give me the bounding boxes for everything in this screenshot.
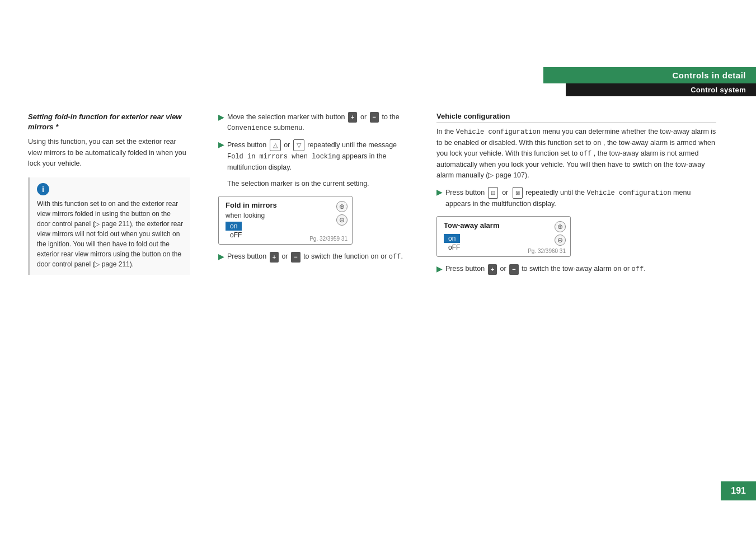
display-ref-1: Pg. 32/3959 31 [309, 236, 348, 242]
fold-in-mirrors-display: Fold in mirrors when looking on oFF ⊕ ⊖ … [218, 196, 353, 245]
minus-button-3[interactable]: − [509, 264, 518, 275]
bullet-arrow-1: ▶ [218, 113, 224, 123]
tow-away-alarm-display: Tow-away alarm on oFF ⊕ ⊖ Pg. 32/3960 31 [436, 216, 571, 257]
left-intro-text: Using this function, you can set the ext… [28, 137, 190, 169]
display-ref-2: Pg. 32/3960 31 [528, 248, 566, 254]
lock-btn-2[interactable]: ⊠ [513, 187, 523, 199]
bullet-arrow-3: ▶ [218, 252, 224, 263]
display-minus-btn-1: ⊖ [336, 214, 348, 226]
minus-button-1[interactable]: − [370, 112, 379, 123]
selection-marker-note: The selection marker is on the current s… [218, 179, 408, 189]
left-column: Setting fold-in function for exterior re… [28, 112, 190, 275]
display-plus-btn-2: ⊕ [555, 221, 566, 232]
display-on-label-2: on [444, 234, 460, 243]
right-bullet-arrow-2: ▶ [436, 264, 442, 275]
plus-button-2[interactable]: + [270, 252, 279, 263]
right-column: Vehicle configuration In the Vehicle con… [436, 112, 716, 281]
bullet-2: ▶ Press button △ or ▽ repeatedly until t… [218, 139, 408, 173]
middle-column: ▶ Move the selection marker with button … [218, 112, 408, 269]
right-bullet-arrow-1: ▶ [436, 188, 442, 198]
right-bullet-1-text: Press button ⊟ or ⊠ repeatedly until the… [445, 187, 716, 210]
bullet-arrow-2: ▶ [218, 140, 224, 151]
display-title-2: Tow-away alarm [444, 221, 564, 229]
right-section-title: Vehicle configuration [436, 112, 716, 123]
info-box-text: With this function set to on and the ext… [37, 199, 184, 269]
display-off-label-1: oFF [226, 231, 246, 240]
bullet-3: ▶ Press button + or − to switch the func… [218, 251, 408, 263]
bullet-3-text: Press button + or − to switch the functi… [227, 251, 403, 263]
chapter-title: Controls in detail [543, 67, 756, 83]
minus-button-2[interactable]: − [291, 252, 300, 263]
bullet-1-text: Move the selection marker with button + … [227, 112, 408, 134]
plus-button-1[interactable]: + [348, 112, 357, 123]
lock-btn-1[interactable]: ⊟ [488, 187, 498, 199]
bullet-2-text: Press button △ or ▽ repeatedly until the… [227, 139, 408, 173]
display-subtitle-1: when looking [226, 212, 345, 219]
section-title-header: Control system [566, 83, 756, 96]
display-controls-1: ⊕ ⊖ [336, 201, 348, 226]
plus-button-3[interactable]: + [488, 264, 497, 275]
info-icon: i [37, 183, 49, 195]
nav-down-button[interactable]: ▽ [293, 139, 304, 151]
nav-up-button[interactable]: △ [270, 139, 281, 151]
page-number: 191 [721, 481, 756, 500]
display-title-1: Fold in mirrors [226, 201, 345, 209]
display-on-label-1: on [226, 222, 242, 231]
display-off-label-2: oFF [444, 243, 464, 252]
info-box: i With this function set to on and the e… [28, 177, 190, 275]
display-controls-2: ⊕ ⊖ [555, 221, 566, 246]
bullet-1: ▶ Move the selection marker with button … [218, 112, 408, 134]
left-section-title: Setting fold-in function for exterior re… [28, 112, 190, 132]
display-minus-btn-2: ⊖ [555, 235, 566, 246]
right-bullet-2-text: Press button + or − to switch the tow-aw… [445, 264, 646, 275]
header-band: Controls in detail Control system [521, 67, 756, 96]
right-bullet-1: ▶ Press button ⊟ or ⊠ repeatedly until t… [436, 187, 716, 210]
display-plus-btn-1: ⊕ [336, 201, 348, 212]
right-bullet-2: ▶ Press button + or − to switch the tow-… [436, 264, 716, 275]
right-intro-paragraph: In the Vehicle configuration menu you ca… [436, 127, 716, 181]
